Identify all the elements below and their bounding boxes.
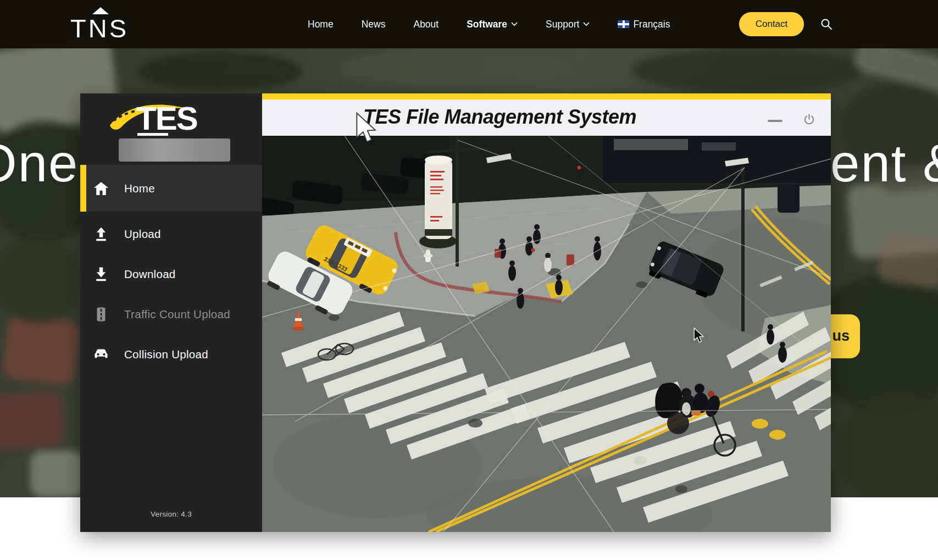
intersection-photo: 333-3333 [262, 136, 831, 532]
nav-item-home[interactable]: Home [308, 19, 334, 30]
upload-icon [92, 225, 110, 243]
nav-item-support[interactable]: Support [546, 19, 590, 30]
tes-logo-text: TES [136, 100, 197, 137]
sidebar-item-label: Download [124, 268, 176, 281]
download-icon [92, 265, 110, 283]
nav-item-news[interactable]: News [362, 19, 386, 30]
sidebar-item-label: Home [124, 182, 155, 195]
sidebar-item-label: Upload [124, 228, 161, 241]
nav-item-language-francais[interactable]: Français [618, 19, 670, 30]
sidebar-item-upload[interactable]: Upload [80, 214, 262, 254]
account-placeholder-box [119, 138, 230, 162]
sidebar-item-label: Traffic Count Upload [124, 308, 230, 321]
quebec-flag-icon [618, 20, 629, 28]
power-icon[interactable] [803, 113, 815, 128]
tns-logo-text: TNS [70, 13, 129, 43]
nav-links: Home News About Software Support Françai… [308, 0, 670, 48]
sidebar-item-traffic-count-upload[interactable]: Traffic Count Upload [80, 295, 262, 334]
app-version-label: Version: 4.3 [80, 510, 262, 518]
chevron-down-icon [583, 22, 590, 26]
home-icon [92, 180, 110, 197]
minimize-icon[interactable] [768, 120, 782, 122]
app-title: TES File Management System [262, 106, 737, 129]
hero-contact-us-label: us [832, 328, 850, 345]
active-item-accent-bar [80, 165, 86, 212]
nav-item-software[interactable]: Software [467, 19, 518, 30]
sidebar-item-label: Collision Upload [124, 348, 208, 361]
sidebar-item-home[interactable]: Home [80, 165, 262, 212]
billboard-column [419, 156, 457, 248]
screen: One ent & us TNS Home News About Softwar… [0, 0, 938, 560]
tns-logo[interactable]: TNS [70, 3, 131, 47]
nav-item-about[interactable]: About [413, 19, 439, 30]
car-icon [92, 346, 110, 363]
top-navigation-bar: TNS Home News About Software Support Fra… [0, 0, 938, 48]
search-icon[interactable] [820, 18, 833, 33]
hero-heading-right-fragment: ent & [830, 133, 938, 193]
sidebar-item-collision-upload[interactable]: Collision Upload [80, 335, 262, 374]
tes-logo: TES [101, 96, 242, 142]
contact-button[interactable]: Contact [739, 12, 804, 36]
sidebar-item-download[interactable]: Download [80, 254, 262, 294]
chevron-down-icon [511, 22, 518, 26]
tes-app-window: TES Home Upload [80, 93, 831, 532]
app-titlebar: TES File Management System [262, 93, 831, 136]
app-sidebar: TES Home Upload [80, 93, 262, 532]
hero-heading-left-fragment: One [0, 133, 79, 193]
titlebar-yellow-stripe [262, 93, 831, 99]
road-icon [92, 306, 110, 323]
